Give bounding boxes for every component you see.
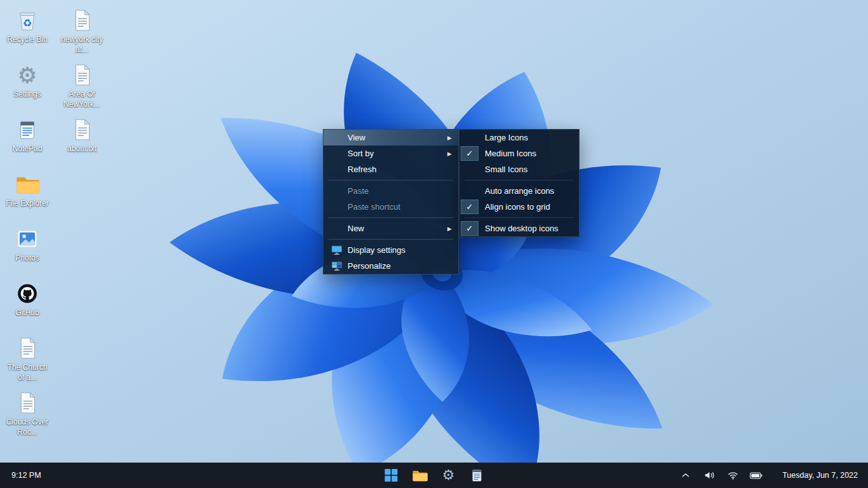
folder-icon (412, 468, 428, 482)
view-submenu: Large Icons ✓ Medium Icons Small Icons A… (459, 129, 580, 237)
menu-item-paste-shortcut: Paste shortcut (323, 199, 458, 215)
desktop-icon-the-church-doc[interactable]: The Church of a... (3, 332, 52, 386)
desktop-icon-notepad[interactable]: NotePad (3, 113, 52, 168)
text-document-icon (69, 117, 95, 142)
submenu-arrow-icon: ▶ (447, 135, 452, 141)
check-icon: ✓ (461, 146, 478, 161)
submenu-item-medium-icons[interactable]: ✓ Medium Icons (459, 146, 579, 161)
menu-item-label: View (348, 133, 365, 142)
personalize-icon (331, 261, 342, 271)
desktop-icon-label: Recycle Bin (7, 35, 47, 45)
desktop-icon-recycle-bin[interactable]: ♻ Recycle Bin (3, 4, 52, 58)
menu-item-view[interactable]: View ▶ (323, 130, 458, 146)
submenu-item-label: Large Icons (485, 133, 528, 142)
text-document-icon (15, 390, 40, 416)
chevron-up-icon[interactable] (679, 469, 692, 482)
submenu-item-show-desktop-icons[interactable]: ✓ Show desktop icons (459, 220, 579, 236)
desktop-icon-column-2: newyork city at... Area Of NewYork... (57, 4, 107, 441)
submenu-item-label: Small Icons (485, 165, 527, 174)
menu-item-refresh[interactable]: Refresh (323, 161, 458, 177)
taskbar-center-buttons: ⚙ (383, 463, 486, 488)
taskbar-tray: Tuesday, Jun 7, 2022 (679, 463, 858, 488)
desktop-icon-photos[interactable]: Photos (3, 222, 52, 277)
settings-gear-icon: ⚙ (15, 62, 40, 88)
recycle-bin-icon: ♻ (15, 8, 40, 33)
desktop-icon-label: GitHub (15, 308, 39, 318)
menu-item-label: Display settings (348, 245, 405, 255)
check-icon: ✓ (461, 221, 478, 236)
wifi-icon[interactable] (726, 469, 739, 482)
taskbar: 9:12 PM ⚙ (0, 463, 868, 488)
menu-item-personalize[interactable]: Personalize (323, 258, 458, 274)
desktop[interactable]: ♻ Recycle Bin ⚙ Settings (0, 0, 868, 488)
menu-item-sort-by[interactable]: Sort by ▶ (323, 146, 458, 161)
desktop-icon-newyork-doc[interactable]: newyork city at... (57, 4, 107, 58)
menu-item-label: Paste shortcut (348, 202, 400, 212)
photos-icon (15, 226, 40, 252)
desktop-icon-label: Settings (13, 90, 41, 100)
desktop-icon-label: Photos (15, 254, 39, 264)
desktop-icon-label: File Explorer (6, 199, 48, 209)
menu-separator (329, 217, 453, 218)
windows-logo-icon (384, 468, 398, 482)
submenu-item-small-icons[interactable]: Small Icons (459, 161, 579, 177)
text-document-icon (15, 336, 40, 361)
taskbar-file-explorer-button[interactable] (411, 466, 429, 484)
submenu-item-large-icons[interactable]: Large Icons (459, 130, 579, 146)
menu-item-label: Personalize (348, 261, 391, 271)
submenu-item-label: Show desktop icons (485, 224, 559, 233)
folder-icon (15, 172, 40, 197)
taskbar-notepad-button[interactable] (468, 466, 486, 484)
menu-separator (329, 239, 453, 240)
submenu-item-align-icons-to-grid[interactable]: ✓ Align icons to grid (459, 199, 579, 215)
menu-item-paste: Paste (323, 183, 458, 199)
menu-item-label: Paste (348, 186, 369, 196)
svg-text:♻: ♻ (23, 17, 32, 29)
desktop-icon-github[interactable]: GitHub (3, 277, 52, 332)
desktop-icon-about-txt[interactable]: about.txt (57, 113, 107, 168)
battery-icon[interactable] (750, 469, 763, 482)
notepad-icon (470, 468, 484, 482)
submenu-arrow-icon: ▶ (447, 226, 452, 232)
desktop-icon-label: Area Of NewYork... (58, 90, 105, 109)
desktop-icon-label: NotePad (13, 144, 43, 154)
submenu-arrow-icon: ▶ (447, 151, 452, 157)
notepad-icon (15, 117, 40, 142)
menu-item-label: New (348, 224, 364, 233)
display-settings-icon (331, 245, 342, 255)
menu-item-label: Sort by (348, 149, 374, 158)
text-document-icon (69, 8, 95, 33)
menu-item-new[interactable]: New ▶ (323, 220, 458, 236)
menu-item-display-settings[interactable]: Display settings (323, 242, 458, 258)
taskbar-date[interactable]: Tuesday, Jun 7, 2022 (782, 471, 858, 480)
submenu-item-auto-arrange-icons[interactable]: Auto arrange icons (459, 183, 579, 199)
menu-separator (465, 217, 574, 218)
desktop-context-menu: View ▶ Sort by ▶ Refresh Paste Paste sho… (323, 129, 459, 274)
desktop-icon-label: The Church of a... (4, 363, 51, 383)
menu-separator (329, 180, 453, 180)
start-button[interactable] (383, 466, 400, 484)
desktop-icon-label: Clouds Over Roc... (4, 417, 51, 437)
desktop-icon-file-explorer[interactable]: File Explorer (3, 168, 52, 222)
desktop-icon-column-1: ♻ Recycle Bin ⚙ Settings (3, 4, 52, 441)
submenu-item-label: Align icons to grid (485, 202, 550, 212)
github-icon (15, 281, 40, 306)
desktop-icon-label: about.txt (67, 144, 97, 154)
text-document-icon (69, 62, 95, 88)
submenu-item-label: Medium Icons (485, 149, 536, 158)
volume-icon[interactable] (703, 469, 715, 482)
taskbar-time[interactable]: 9:12 PM (11, 471, 41, 480)
desktop-icon-area-of-newyork-doc[interactable]: Area Of NewYork... (57, 58, 107, 113)
taskbar-settings-button[interactable]: ⚙ (440, 466, 458, 484)
desktop-icon-clouds-doc[interactable]: Clouds Over Roc... (3, 386, 52, 441)
menu-separator (465, 180, 574, 180)
desktop-icon-label: newyork city at... (58, 35, 105, 55)
desktop-icon-grid: ♻ Recycle Bin ⚙ Settings (3, 4, 107, 441)
desktop-icon-settings[interactable]: ⚙ Settings (3, 58, 52, 113)
menu-item-label: Refresh (348, 165, 377, 174)
settings-gear-icon: ⚙ (442, 467, 455, 484)
submenu-item-label: Auto arrange icons (485, 186, 554, 196)
check-icon: ✓ (461, 200, 478, 214)
